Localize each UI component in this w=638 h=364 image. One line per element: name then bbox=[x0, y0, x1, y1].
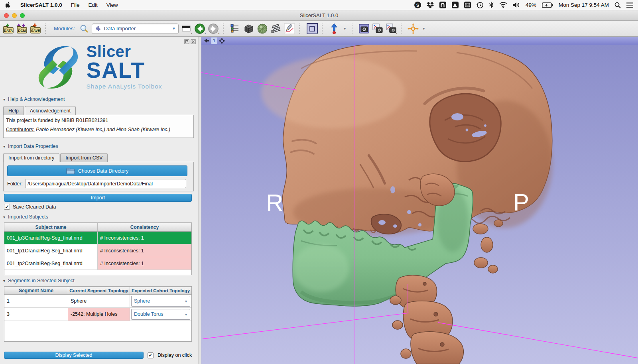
dropbox-status-icon[interactable] bbox=[427, 2, 434, 8]
dropdown-arrow-icon[interactable]: ▾ bbox=[182, 309, 190, 319]
layout-selector-button[interactable]: ▾ bbox=[306, 22, 318, 35]
drive-app-icon[interactable] bbox=[452, 2, 459, 8]
scene-view-dropdown-arrow[interactable]: ▾ bbox=[396, 31, 398, 35]
volume-icon[interactable] bbox=[513, 2, 520, 8]
battery-icon[interactable] bbox=[542, 2, 553, 8]
dropdown-arrow-icon[interactable]: ▾ bbox=[182, 296, 190, 306]
subjects-section-header[interactable]: ▾ Imported Subjects bbox=[3, 214, 48, 220]
layout-dropdown-arrow[interactable]: ▾ bbox=[317, 31, 319, 35]
keyboard-app-icon[interactable] bbox=[464, 2, 471, 8]
tab-help[interactable]: Help bbox=[3, 106, 24, 115]
imported-subjects-table: Subject name Consistency 001_tp3CranialR… bbox=[4, 222, 192, 275]
history-dropdown-arrow[interactable]: ▾ bbox=[191, 31, 193, 35]
history-back-button[interactable]: ▾ bbox=[194, 22, 206, 35]
subject-row-selected[interactable]: 001_tp3CranialReg-Seg_final.nrrd # Incon… bbox=[4, 232, 191, 244]
notification-center-icon[interactable] bbox=[626, 2, 633, 8]
module-search-button[interactable] bbox=[78, 22, 90, 35]
column-header-subject-name[interactable]: Subject name bbox=[4, 223, 98, 231]
segments-section-header[interactable]: ▾ Segments in Selected Subject bbox=[3, 278, 75, 283]
load-data-button[interactable]: DATA bbox=[2, 22, 14, 35]
scene-view-restore-button[interactable]: ▾ bbox=[385, 22, 397, 35]
save-data-button[interactable]: SAVE bbox=[30, 22, 41, 35]
crosshair-button[interactable] bbox=[407, 22, 419, 35]
segment-row[interactable]: 1 Sphere Sphere ▾ bbox=[4, 295, 191, 308]
scene-view-capture-button[interactable] bbox=[372, 22, 384, 35]
consistency-cell[interactable]: # Inconsistencies: 1 bbox=[98, 232, 191, 244]
skype-status-icon[interactable]: S bbox=[414, 2, 421, 8]
check-icon: ✓ bbox=[5, 204, 9, 210]
history-forward-button[interactable]: ▾ bbox=[207, 22, 219, 35]
expected-topology-value: Double Torus bbox=[132, 311, 182, 317]
column-header-consistency[interactable]: Consistency bbox=[98, 223, 191, 231]
menu-edit[interactable]: Edit bbox=[89, 2, 98, 8]
tab-acknowledgement[interactable]: Acknowledgement bbox=[25, 106, 76, 115]
logo-title-slicer: Slicer bbox=[86, 43, 162, 60]
column-header-segment-name[interactable]: Segment Name bbox=[4, 287, 68, 294]
threed-render-canvas[interactable]: R P bbox=[201, 45, 638, 364]
window-titlebar[interactable]: SlicerSALT 1.0.0 bbox=[0, 10, 638, 21]
view-crosshair-icon[interactable] bbox=[219, 38, 225, 44]
wifi-icon[interactable] bbox=[499, 2, 507, 8]
segment-name-cell[interactable]: 1 bbox=[4, 295, 68, 307]
toolbar-separator bbox=[401, 24, 404, 34]
tab-import-directory[interactable]: Import from directory bbox=[3, 153, 59, 162]
spotlight-search-icon[interactable] bbox=[614, 2, 621, 8]
threed-view-header[interactable]: 1 bbox=[201, 37, 638, 45]
menubar-app-name[interactable]: SlicerSALT 1.0.0 bbox=[20, 2, 62, 8]
acknowledgement-panel: This project is funded by NIBIB R01EB021… bbox=[3, 115, 194, 138]
mouse-mode-dropdown[interactable]: ▾ bbox=[342, 22, 348, 35]
close-window-button[interactable] bbox=[4, 13, 9, 18]
column-header-expected-topology[interactable]: Expected Cohort Topology bbox=[130, 287, 191, 294]
mouse-interaction-mode-button[interactable] bbox=[328, 22, 340, 35]
import-section-header[interactable]: ▾ Import Data Properties bbox=[3, 144, 58, 149]
view-label-tab[interactable]: 1 bbox=[211, 37, 217, 44]
consistency-cell[interactable]: # Inconsistencies: 1 bbox=[98, 257, 191, 270]
tab-import-csv[interactable]: Import from CSV bbox=[60, 153, 108, 162]
panel-splitter[interactable] bbox=[198, 37, 201, 364]
module-selector-combobox[interactable]: Data Importer ▾ bbox=[92, 24, 179, 34]
skull-cranium[interactable] bbox=[261, 45, 552, 236]
threed-view[interactable]: 1 bbox=[201, 37, 638, 364]
forward-dropdown-arrow[interactable]: ▾ bbox=[218, 31, 220, 35]
menu-view[interactable]: View bbox=[106, 2, 118, 8]
import-button[interactable]: Import bbox=[4, 194, 192, 202]
subject-name-cell[interactable]: 001_tp2CranialReg-Seg_final.nrrd bbox=[4, 257, 98, 270]
magnet-app-icon[interactable] bbox=[439, 2, 446, 8]
volume-rendering-module-button[interactable] bbox=[270, 22, 282, 35]
models-module-button[interactable] bbox=[256, 22, 268, 35]
segment-name-cell[interactable]: 3 bbox=[4, 308, 68, 321]
bluetooth-icon[interactable] bbox=[489, 2, 494, 8]
markups-pencil-button[interactable] bbox=[284, 22, 295, 35]
current-topology-cell[interactable]: -2542: Multiple Holes bbox=[68, 308, 130, 321]
menu-file[interactable]: File bbox=[71, 2, 80, 8]
time-machine-icon[interactable] bbox=[477, 2, 484, 9]
menubar-clock[interactable]: Mon Sep 17 9:54 AM bbox=[559, 2, 609, 8]
folder-path-input[interactable] bbox=[25, 179, 186, 188]
volumes-module-button[interactable] bbox=[243, 22, 255, 35]
subject-row[interactable]: 001_tp2CranialReg-Seg_final.nrrd # Incon… bbox=[4, 257, 191, 270]
subject-row[interactable]: 001_tp1CranialReg-Seg_final.nrrd # Incon… bbox=[4, 244, 191, 257]
display-on-click-checkbox[interactable]: ✓ bbox=[148, 352, 154, 358]
column-header-current-topology[interactable]: Current Segment Topology bbox=[68, 287, 130, 294]
subject-hierarchy-module-button[interactable] bbox=[229, 22, 241, 35]
module-history-button[interactable]: ▾ bbox=[180, 22, 192, 35]
crosshair-dropdown[interactable]: ▾ bbox=[421, 22, 427, 35]
save-cleaned-data-checkbox[interactable]: ✓ bbox=[4, 204, 10, 210]
display-selected-button[interactable]: Display Selected bbox=[4, 352, 144, 359]
pin-view-icon[interactable] bbox=[204, 38, 209, 43]
consistency-cell[interactable]: # Inconsistencies: 1 bbox=[98, 244, 191, 257]
minimize-window-button[interactable] bbox=[12, 13, 17, 18]
expected-topology-dropdown[interactable]: Sphere ▾ bbox=[131, 296, 190, 307]
help-section-header[interactable]: ▾ Help & Acknowledgement bbox=[3, 96, 65, 102]
screenshot-button[interactable] bbox=[358, 22, 370, 35]
back-dropdown-arrow[interactable]: ▾ bbox=[205, 31, 206, 35]
dicom-module-button[interactable]: DCM bbox=[16, 22, 28, 35]
expected-topology-dropdown[interactable]: Double Torus ▾ bbox=[131, 309, 190, 320]
segment-row[interactable]: 3 -2542: Multiple Holes Double Torus ▾ bbox=[4, 308, 191, 321]
subject-name-cell[interactable]: 001_tp1CranialReg-Seg_final.nrrd bbox=[4, 244, 98, 257]
current-topology-cell[interactable]: Sphere bbox=[68, 295, 130, 307]
zoom-window-button[interactable] bbox=[20, 13, 25, 18]
choose-data-directory-button[interactable]: Choose Data Directory bbox=[7, 165, 187, 176]
apple-menu-icon[interactable] bbox=[6, 2, 12, 8]
subject-name-cell[interactable]: 001_tp3CranialReg-Seg_final.nrrd bbox=[4, 232, 98, 244]
